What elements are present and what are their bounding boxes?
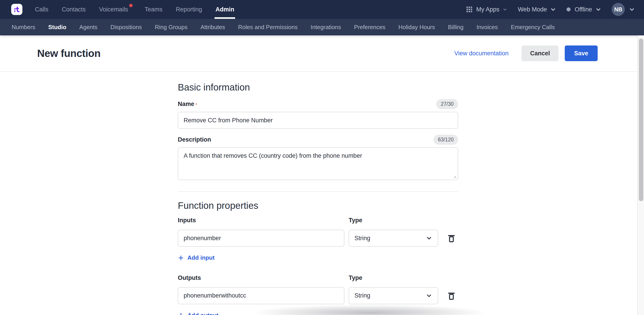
add-output-button[interactable]: Add output <box>178 312 218 315</box>
output-type-value: String <box>354 292 370 299</box>
description-char-counter: 63/120 <box>434 135 458 145</box>
resize-handle-icon[interactable] <box>453 175 456 178</box>
delete-output-button[interactable] <box>442 287 460 304</box>
trash-icon <box>447 291 456 301</box>
outputs-label-row: Outputs Type <box>178 274 458 281</box>
cancel-button[interactable]: Cancel <box>522 46 558 61</box>
outputs-label: Outputs <box>178 274 344 281</box>
input-type-value: String <box>354 235 370 242</box>
name-char-counter: 27/30 <box>436 99 458 109</box>
plus-icon <box>178 255 184 261</box>
form-content: Basic information Name* 27/30 Descriptio… <box>178 82 458 315</box>
subnav-item-integrations[interactable]: Integrations <box>310 24 341 31</box>
inputs-label: Inputs <box>178 217 344 224</box>
top-navbar: Calls Contacts Voicemails Teams Reportin… <box>0 0 644 19</box>
subnav-item-billing[interactable]: Billing <box>448 24 464 31</box>
chevron-down-icon <box>550 6 556 13</box>
page-title: New function <box>37 47 100 59</box>
nav-item-reporting[interactable]: Reporting <box>176 0 202 19</box>
status-label: Offline <box>574 6 592 13</box>
subnav-item-numbers[interactable]: Numbers <box>12 24 35 31</box>
talkdesk-logo-icon[interactable] <box>11 4 22 15</box>
mode-selector[interactable]: Web Mode <box>518 6 556 13</box>
delete-input-button[interactable] <box>442 230 460 247</box>
nav-item-contacts[interactable]: Contacts <box>62 0 86 19</box>
my-apps-label: My Apps <box>476 6 500 13</box>
description-label-row: Description 63/120 <box>178 135 458 145</box>
nav-item-voicemails[interactable]: Voicemails <box>99 0 128 19</box>
input-name-field[interactable] <box>178 230 344 247</box>
admin-sub-navbar: Numbers Studio Agents Dispositions Ring … <box>0 19 644 35</box>
subnav-item-agents[interactable]: Agents <box>79 24 98 31</box>
inputs-type-label: Type <box>349 217 438 224</box>
voicemails-notification-dot-icon <box>129 4 132 7</box>
section-divider <box>178 191 458 192</box>
nav-item-teams[interactable]: Teams <box>145 0 162 19</box>
nav-item-label: Calls <box>35 6 48 13</box>
save-button[interactable]: Save <box>565 46 598 61</box>
chevron-down-icon <box>426 235 432 241</box>
mode-label: Web Mode <box>518 6 547 13</box>
output-type-select[interactable]: String <box>349 287 438 304</box>
avatar: NB <box>612 3 625 16</box>
my-apps-menu[interactable]: My Apps <box>466 6 508 13</box>
name-input[interactable] <box>178 112 458 129</box>
name-label-row: Name* 27/30 <box>178 99 458 109</box>
input-type-select[interactable]: String <box>349 230 438 247</box>
name-label-group: Name* <box>178 101 197 108</box>
active-nav-underline <box>214 17 235 19</box>
status-dot-icon <box>566 8 570 12</box>
description-label: Description <box>178 136 211 143</box>
nav-item-label: Voicemails <box>99 6 128 13</box>
subnav-item-roles-and-permissions[interactable]: Roles and Permissions <box>238 24 298 31</box>
header-actions: View documentation Cancel Save <box>454 46 598 61</box>
add-output-label: Add output <box>188 312 218 315</box>
chevron-down-icon <box>502 7 508 12</box>
nav-item-admin[interactable]: Admin <box>216 0 234 19</box>
input-row: String <box>178 230 458 247</box>
primary-nav-items: Calls Contacts Voicemails Teams Reportin… <box>35 0 234 19</box>
subnav-item-dispositions[interactable]: Dispositions <box>110 24 142 31</box>
subnav-item-invoices[interactable]: Invoices <box>476 24 498 31</box>
description-field-wrap: A function that removes CC (country code… <box>178 147 458 180</box>
status-selector[interactable]: Offline <box>566 6 602 13</box>
nav-item-label: Teams <box>145 6 162 13</box>
nav-item-label: Reporting <box>176 6 202 13</box>
page-scrollbar-thumb[interactable] <box>639 39 643 201</box>
user-menu[interactable]: NB <box>612 3 635 16</box>
outputs-block: Outputs Type String <box>178 274 458 315</box>
subnav-item-studio[interactable]: Studio <box>48 24 66 31</box>
chevron-down-icon <box>426 292 432 299</box>
apps-grid-icon <box>466 6 473 13</box>
name-label: Name <box>178 101 194 107</box>
avatar-initials: NB <box>614 6 622 13</box>
outputs-type-label: Type <box>349 274 438 281</box>
nav-item-calls[interactable]: Calls <box>35 0 48 19</box>
page-header: New function View documentation Cancel S… <box>0 35 644 72</box>
subnav-item-ring-groups[interactable]: Ring Groups <box>155 24 188 31</box>
add-input-label: Add input <box>188 254 214 261</box>
trash-icon <box>447 233 456 243</box>
view-documentation-link[interactable]: View documentation <box>454 50 509 57</box>
description-textarea[interactable]: A function that removes CC (country code… <box>178 147 458 180</box>
chevron-down-icon <box>595 6 602 13</box>
page-scrollbar-track[interactable] <box>637 35 644 315</box>
nav-item-label: Admin <box>216 6 234 13</box>
subnav-item-holiday-hours[interactable]: Holiday Hours <box>398 24 435 31</box>
required-asterisk: * <box>196 103 197 107</box>
basic-information-heading: Basic information <box>178 82 458 93</box>
output-row: String <box>178 287 458 304</box>
plus-icon <box>178 312 184 315</box>
chevron-down-icon <box>629 6 635 13</box>
topnav-right-cluster: My Apps Web Mode Offline NB <box>466 3 635 16</box>
subnav-item-emergency-calls[interactable]: Emergency Calls <box>511 24 555 31</box>
logo-glyph-icon <box>13 5 21 14</box>
add-input-button[interactable]: Add input <box>178 254 214 261</box>
inputs-label-row: Inputs Type <box>178 217 458 224</box>
nav-item-label: Contacts <box>62 6 86 13</box>
function-properties-heading: Function properties <box>178 200 458 211</box>
subnav-item-attributes[interactable]: Attributes <box>200 24 225 31</box>
subnav-item-preferences[interactable]: Preferences <box>354 24 385 31</box>
output-name-field[interactable] <box>178 287 344 304</box>
